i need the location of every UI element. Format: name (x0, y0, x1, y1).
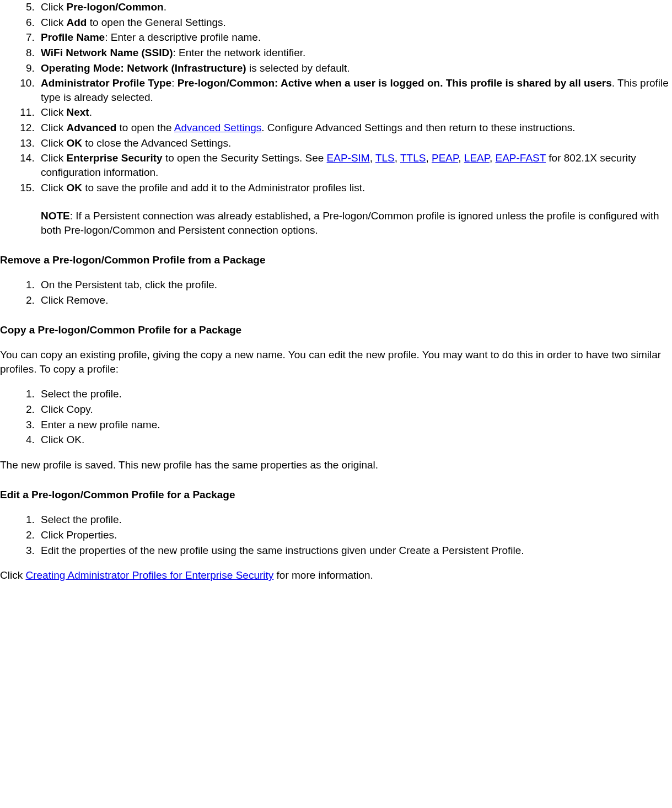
edit-heading: Edit a Pre-logon/Common Profile for a Pa… (0, 488, 672, 502)
step-9: Operating Mode: Network (Infrastructure)… (37, 61, 672, 76)
eap-sim-link[interactable]: EAP-SIM (327, 152, 370, 164)
step-7: Profile Name: Enter a descriptive profil… (37, 30, 672, 45)
main-steps-list: Click Pre-logon/Common. Click Add to ope… (0, 0, 672, 238)
step-11: Click Next. (37, 105, 672, 120)
copy-after-paragraph: The new profile is saved. This new profi… (0, 458, 672, 472)
copy-step-1: Select the profile. (37, 387, 672, 401)
advanced-settings-link[interactable]: Advanced Settings (174, 122, 261, 133)
remove-step-1: On the Persistent tab, click the profile… (37, 278, 672, 292)
eap-fast-link[interactable]: EAP-FAST (496, 152, 546, 164)
tls-link[interactable]: TLS (375, 152, 395, 164)
note-block: NOTE: If a Persistent connection was alr… (41, 209, 672, 237)
step-5: Click Pre-logon/Common. (37, 0, 672, 14)
step-6: Click Add to open the General Settings. (37, 15, 672, 30)
ttls-link[interactable]: TTLS (400, 152, 426, 164)
remove-heading: Remove a Pre-logon/Common Profile from a… (0, 253, 672, 267)
step-8: WiFi Network Name (SSID): Enter the netw… (37, 46, 672, 60)
leap-link[interactable]: LEAP (464, 152, 490, 164)
edit-step-1: Select the profile. (37, 513, 672, 527)
edit-step-3: Edit the properties of the new profile u… (37, 543, 672, 558)
copy-step-2: Click Copy. (37, 402, 672, 417)
peap-link[interactable]: PEAP (432, 152, 458, 164)
copy-step-3: Enter a new profile name. (37, 418, 672, 432)
step-14: Click Enterprise Security to open the Se… (37, 151, 672, 179)
copy-heading: Copy a Pre-logon/Common Profile for a Pa… (0, 323, 672, 337)
remove-steps-list: On the Persistent tab, click the profile… (0, 278, 672, 307)
remove-step-2: Click Remove. (37, 293, 672, 308)
copy-steps-list: Select the profile. Click Copy. Enter a … (0, 387, 672, 447)
step-15: Click OK to save the profile and add it … (37, 181, 672, 238)
copy-paragraph: You can copy an existing profile, giving… (0, 348, 672, 376)
step-13: Click OK to close the Advanced Settings. (37, 136, 672, 150)
creating-admin-profiles-link[interactable]: Creating Administrator Profiles for Ente… (25, 569, 273, 581)
copy-step-4: Click OK. (37, 433, 672, 447)
step-10: Administrator Profile Type: Pre-logon/Co… (37, 76, 672, 104)
step-12: Click Advanced to open the Advanced Sett… (37, 121, 672, 135)
edit-step-2: Click Properties. (37, 528, 672, 542)
footer-paragraph: Click Creating Administrator Profiles fo… (0, 568, 672, 583)
edit-steps-list: Select the profile. Click Properties. Ed… (0, 513, 672, 557)
